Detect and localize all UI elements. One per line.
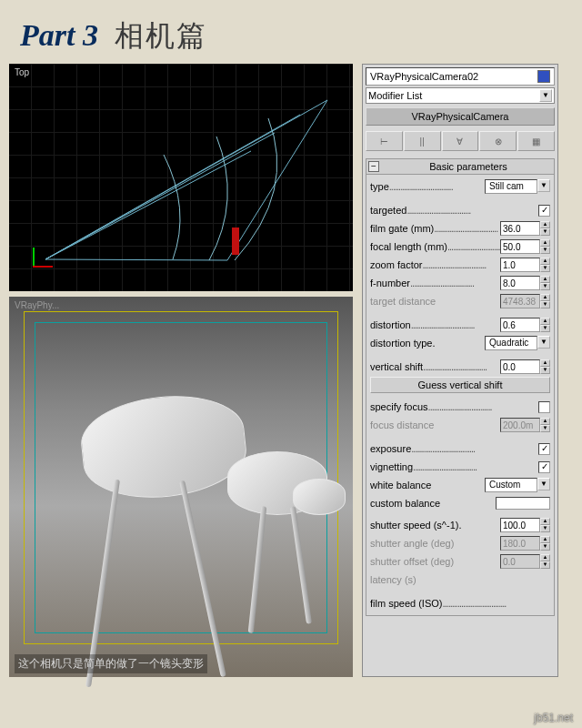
shutter-angle-spinner: ▲▼ [500,536,550,551]
specify-focus-label: specify focus [370,401,538,412]
film-gate-label: film gate (mm) [370,223,500,234]
configure-sets-icon[interactable]: ▦ [517,131,555,151]
vertical-shift-spinner[interactable]: ▲▼ [500,359,550,374]
vignetting-checkbox[interactable]: ✓ [538,461,550,473]
specify-focus-checkbox[interactable] [538,401,550,413]
shutter-speed-label: shutter speed (s^-1). [370,520,500,531]
zoom-factor-spinner[interactable]: ▲▼ [500,258,550,272]
basic-parameters-rollout: − Basic parameters typeStill cam▼ target… [366,158,555,616]
shutter-speed-spinner[interactable]: ▲▼ [500,518,550,532]
film-speed-label: film speed (ISO) [370,598,550,609]
film-gate-spinner[interactable]: ▲▼ [500,221,550,236]
distortion-type-label: distortion type. [370,338,485,349]
rollout-header[interactable]: − Basic parameters [366,159,554,175]
type-dropdown[interactable]: Still cam▼ [485,179,550,194]
svg-rect-0 [232,228,239,255]
object-color-swatch[interactable] [537,70,550,83]
make-unique-icon[interactable]: ∀ [442,131,479,151]
f-number-spinner[interactable]: ▲▼ [500,276,550,290]
target-distance-label: target distance [370,296,500,307]
white-balance-dropdown[interactable]: Custom▼ [485,478,550,492]
vignetting-label: vignetting [370,461,538,472]
f-number-label: f-number [370,278,500,288]
zoom-factor-label: zoom factor [370,259,500,270]
object-name-field[interactable]: VRayPhysicalCamera02 [366,67,555,86]
show-end-result-icon[interactable]: || [404,131,441,151]
remove-modifier-icon[interactable]: ⊗ [479,131,517,151]
distortion-spinner[interactable]: ▲▼ [500,318,550,332]
target-distance-spinner: ▲▼ [500,294,550,308]
collapse-icon: − [368,161,379,172]
modifier-list-dropdown[interactable]: Modifier List ▼ [366,87,555,104]
distortion-label: distortion [370,319,500,330]
page-subtitle: 相机篇 [115,16,207,56]
pin-stack-icon[interactable]: ⊢ [366,131,403,151]
focus-distance-label: focus distance [370,420,500,430]
distortion-type-dropdown[interactable]: Quadratic▼ [485,336,550,350]
page-part: Part 3 [20,18,98,53]
viewport-camera-label: VRayPhy... [15,300,59,310]
modify-panel: VRayPhysicalCamera02 Modifier List ▼ VRa… [362,64,558,677]
watermark: jb51.net [534,712,573,724]
axis-gizmo-icon [33,242,58,268]
exposure-label: exposure [370,443,538,454]
chevron-down-icon: ▼ [537,179,550,192]
guess-vertical-shift-button[interactable]: Guess vertical shift [370,377,550,393]
targeted-label: targeted [370,205,538,216]
custom-balance-label: custom balance [370,498,496,509]
chevron-down-icon: ▼ [537,336,550,349]
vertical-shift-label: vertical shift [370,361,500,372]
shutter-offset-label: shutter offset (deg) [370,556,500,567]
focus-distance-spinner: ▲▼ [500,418,550,432]
viewport-top[interactable]: Top [9,64,353,291]
chevron-down-icon: ▼ [539,89,552,102]
focal-length-label: focal length (mm) [370,241,500,252]
chevron-down-icon: ▼ [537,478,550,490]
targeted-checkbox[interactable]: ✓ [538,205,550,217]
focal-length-spinner[interactable]: ▲▼ [500,239,550,254]
viewport-caption: 这个相机只是简单的做了一个镜头变形 [15,654,207,673]
viewport-camera[interactable]: VRayPhy... 这个相机只是简单的做了一个镜头变形 [9,297,353,677]
wireframe-geometry [9,64,353,291]
shutter-angle-label: shutter angle (deg) [370,538,500,549]
custom-balance-swatch[interactable] [496,497,550,510]
exposure-checkbox[interactable]: ✓ [538,443,550,455]
latency-label: latency (s) [370,574,550,585]
chair-render [293,479,346,515]
modifier-stack-item[interactable]: VRayPhysicalCamera [366,107,555,126]
type-label: type [370,181,485,192]
white-balance-label: white balance [370,480,485,490]
shutter-offset-spinner: ▲▼ [500,554,550,569]
